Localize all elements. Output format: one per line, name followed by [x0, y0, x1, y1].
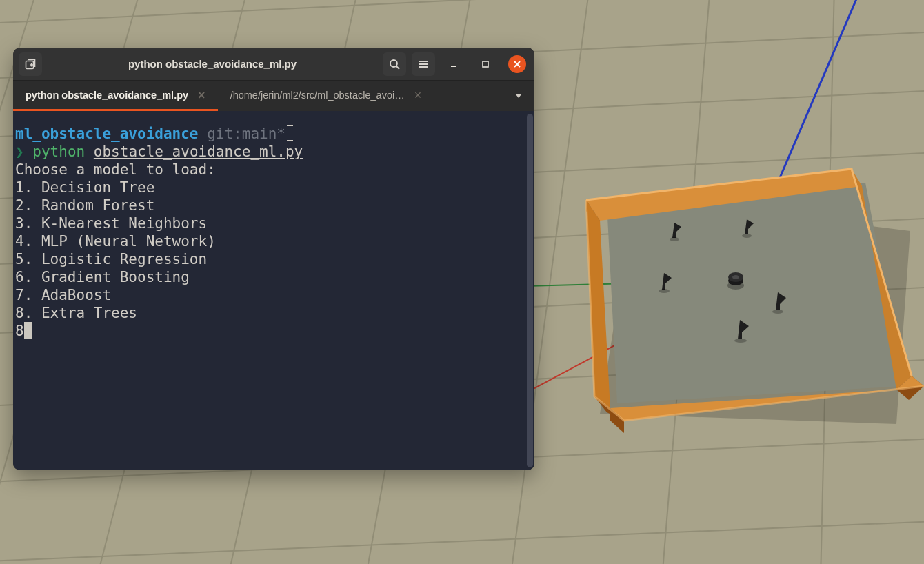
new-tab-button[interactable]: [19, 52, 42, 76]
terminal-scrollbar[interactable]: [527, 114, 533, 467]
window-titlebar[interactable]: python obstacle_avoidance_ml.py: [13, 48, 534, 81]
svg-point-33: [742, 234, 752, 238]
tab-close-icon[interactable]: ×: [195, 88, 208, 103]
block-cursor-icon: [24, 322, 32, 339]
terminal-tab[interactable]: python obstacle_avoidance_ml.py ×: [13, 81, 218, 111]
user-input: 8: [15, 323, 24, 339]
terminal-tab[interactable]: /home/jerin/ml2/src/ml_obstacle_avoi… ×: [218, 81, 434, 111]
tab-label: /home/jerin/ml2/src/ml_obstacle_avoi…: [230, 90, 405, 101]
prompt-arrow: ❯: [15, 143, 24, 160]
text-cursor-icon: [290, 125, 290, 141]
terminal-tabbar: python obstacle_avoidance_ml.py × /home/…: [13, 81, 534, 111]
minimize-button[interactable]: [445, 55, 463, 73]
svg-line-46: [396, 66, 399, 69]
output-line: 7. AdaBoost: [15, 287, 111, 303]
close-button[interactable]: [508, 55, 526, 73]
window-title: python obstacle_avoidance_ml.py: [48, 58, 377, 70]
output-header: Choose a model to load:: [15, 161, 216, 178]
svg-point-37: [772, 310, 783, 314]
svg-point-39: [734, 339, 747, 343]
search-button[interactable]: [383, 52, 406, 76]
svg-rect-51: [483, 61, 488, 67]
tab-close-icon[interactable]: ×: [412, 88, 425, 103]
prompt-vcs: git:main*: [207, 125, 285, 142]
terminal-window: python obstacle_avoidance_ml.py: [13, 48, 534, 470]
maximize-button[interactable]: [476, 55, 494, 73]
output-line: 3. K-Nearest Neighbors: [15, 215, 207, 232]
output-line: 5. Logistic Regression: [15, 251, 207, 268]
output-line: 8. Extra Trees: [15, 305, 137, 321]
tab-label: python obstacle_avoidance_ml.py: [26, 90, 188, 101]
output-line: 2. Random Forest: [15, 197, 154, 214]
terminal-body[interactable]: ml_obstacle_avoidance git:main* ❯ python…: [13, 111, 534, 470]
tab-dropdown-button[interactable]: [507, 81, 530, 111]
svg-point-35: [659, 289, 670, 293]
terminal-output: ml_obstacle_avoidance git:main* ❯ python…: [14, 125, 303, 463]
prompt-script: obstacle_avoidance_ml.py: [94, 143, 303, 160]
robot: [727, 272, 744, 290]
screenshot-root: python obstacle_avoidance_ml.py: [0, 0, 924, 564]
svg-point-31: [670, 237, 679, 241]
output-line: 1. Decision Tree: [15, 179, 154, 196]
output-line: 4. MLP (Neural Network): [15, 233, 216, 250]
output-line: 6. Gradient Boosting: [15, 269, 190, 285]
svg-point-43: [732, 275, 739, 279]
arena-floor: [607, 183, 903, 403]
hamburger-menu-button[interactable]: [412, 52, 435, 76]
svg-point-45: [390, 60, 397, 67]
prompt-command: python: [32, 143, 85, 160]
svg-marker-54: [516, 94, 521, 98]
prompt-cwd: ml_obstacle_avoidance: [15, 125, 199, 142]
